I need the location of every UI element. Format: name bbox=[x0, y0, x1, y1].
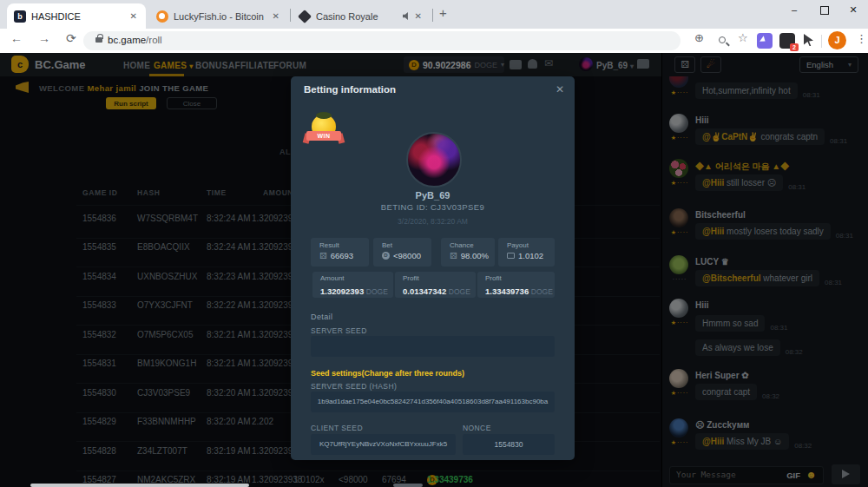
horizontal-scrollbar-thumb[interactable] bbox=[30, 484, 249, 487]
server-seed-hash-label: SERVER SEED (HASH) bbox=[311, 382, 397, 391]
cursor-extension-icon[interactable] bbox=[804, 34, 813, 46]
window-controls: – ✕ bbox=[779, 0, 868, 22]
tab-luckyfish[interactable]: LuckyFish.io - Bitcoin Gambling S ✕ bbox=[149, 3, 288, 29]
detail-label: Detail bbox=[311, 313, 332, 321]
stat-card-result: Result ⚄66693 bbox=[311, 238, 369, 267]
forward-icon[interactable]: → bbox=[38, 31, 50, 45]
luckyfish-favicon bbox=[156, 10, 168, 23]
win-badge: WIN bbox=[305, 113, 343, 151]
nonce-label: NONCE bbox=[463, 424, 491, 432]
bet-id: BETING ID: CJ3V03PSE9 bbox=[291, 202, 575, 212]
new-tab-button[interactable]: + bbox=[439, 5, 447, 20]
horizontal-scrollbar-segment[interactable] bbox=[393, 484, 423, 487]
close-tab-icon[interactable]: ✕ bbox=[413, 11, 424, 21]
tab-title: LuckyFish.io - Bitcoin Gambling S bbox=[174, 11, 266, 22]
close-modal-icon[interactable]: ✕ bbox=[556, 83, 564, 95]
server-seed-hash-field[interactable]: 1b9ad1dae175e04e0bc58242741d356f40a40518… bbox=[311, 392, 555, 412]
stat-card-bet: Bet D<98000 bbox=[373, 238, 431, 267]
tab-title: HASHDICE bbox=[31, 11, 123, 22]
purple-extension-icon[interactable] bbox=[757, 33, 773, 49]
amount-card: Amount 1.32092393 DOGE bbox=[312, 272, 393, 298]
dark-extension-icon[interactable]: 2 bbox=[779, 33, 795, 49]
toolbar-separator bbox=[821, 35, 822, 48]
betting-information-modal: Betting information ✕ WIN PyB_69 BETING … bbox=[291, 76, 575, 460]
search-icon[interactable] bbox=[719, 36, 726, 43]
coin-icon: D bbox=[382, 252, 390, 260]
tab-casino-royale[interactable]: Casino Royale ✕ bbox=[292, 3, 431, 29]
url-host: bc.game bbox=[108, 35, 146, 45]
url-text[interactable]: bc.game/roll bbox=[108, 35, 162, 45]
close-window-button[interactable]: ✕ bbox=[838, 0, 868, 22]
dice-icon: ⚄ bbox=[450, 252, 457, 260]
nonce-field[interactable]: 1554830 bbox=[463, 434, 555, 455]
seed-settings-label: Seed settings(Change after three rounds) bbox=[311, 369, 464, 378]
client-seed-label: CLIENT SEED bbox=[311, 424, 363, 432]
bookmark-star-icon[interactable]: ☆ bbox=[738, 31, 748, 44]
tab-title: Casino Royale bbox=[316, 11, 398, 22]
extension-badge: 2 bbox=[790, 43, 799, 51]
server-seed-field[interactable] bbox=[311, 336, 555, 357]
back-icon[interactable]: ← bbox=[10, 31, 23, 45]
refresh-icon[interactable]: ⟳ bbox=[66, 31, 76, 45]
player-username: PyB_69 bbox=[291, 190, 575, 201]
bet-date: 3/2/2020, 8:32:20 AM bbox=[291, 217, 575, 226]
profit-card: Profit 0.01347342 DOGE bbox=[395, 272, 476, 298]
client-seed-field[interactable]: KQ7UfRjYEyNBvzVXoNxfCBYxxuuJFxk5 bbox=[311, 434, 456, 455]
modal-title: Betting information bbox=[304, 84, 396, 95]
profit-card-total: Profit 1.33439736 DOGE bbox=[477, 272, 555, 298]
close-tab-icon[interactable]: ✕ bbox=[271, 11, 281, 21]
player-avatar[interactable] bbox=[406, 132, 462, 188]
address-bar[interactable]: bc.game/roll bbox=[83, 31, 681, 50]
profile-avatar[interactable]: J bbox=[828, 31, 846, 49]
dice-icon: ⚄ bbox=[319, 252, 327, 260]
win-ribbon: WIN bbox=[306, 131, 341, 141]
close-tab-icon[interactable]: ✕ bbox=[128, 11, 139, 21]
tab-separator bbox=[432, 9, 433, 22]
casino-royale-favicon bbox=[298, 10, 312, 23]
tab-strip: b HASHDICE ✕ LuckyFish.io - Bitcoin Gamb… bbox=[0, 0, 868, 29]
browser-toolbar: ← → ⟳ bc.game/roll ⊕ ☆ 2 J ⋮ bbox=[0, 29, 868, 53]
lock-icon bbox=[95, 37, 102, 43]
browser-window: b HASHDICE ✕ LuckyFish.io - Bitcoin Gamb… bbox=[0, 0, 868, 487]
card-icon bbox=[507, 253, 515, 259]
minimize-button[interactable]: – bbox=[779, 0, 809, 22]
bcgame-favicon: b bbox=[14, 10, 26, 23]
server-seed-label: SERVER SEED bbox=[311, 326, 367, 335]
menu-kebab-icon[interactable]: ⋮ bbox=[856, 32, 867, 45]
page-content: c BC.Game HOME GAMES ▾ BONUS AFFILIATE F… bbox=[0, 53, 868, 487]
url-path: /roll bbox=[146, 35, 162, 45]
stat-card-payout: Payout 1.0102 bbox=[498, 238, 555, 267]
stat-card-chance: Chance ⚄98.00% bbox=[441, 238, 495, 267]
circle-plus-icon[interactable]: ⊕ bbox=[694, 31, 704, 44]
audio-speaker-icon[interactable] bbox=[403, 12, 411, 20]
tab-separator bbox=[290, 9, 291, 22]
tab-hashdice[interactable]: b HASHDICE ✕ bbox=[7, 3, 146, 29]
restore-button[interactable] bbox=[809, 0, 838, 22]
